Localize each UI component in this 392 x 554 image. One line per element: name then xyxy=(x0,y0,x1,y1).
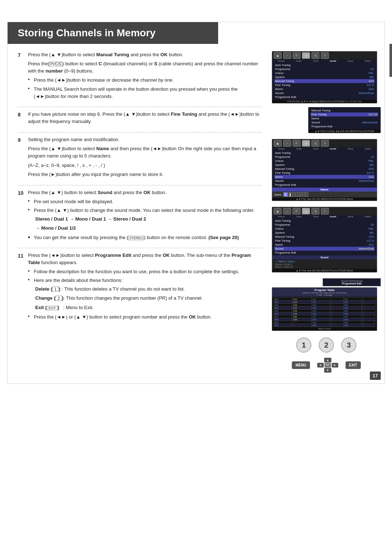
screen-4: ▣ ♪ ⏱ ⚙ ☰ ≡ Picture Audio Timer Install … xyxy=(272,207,377,272)
step-11-delete: Delete (1) : This function deletes a TV … xyxy=(28,286,262,293)
menu-row-progedit-2: Programme Edit xyxy=(311,124,378,128)
step-11-final-bullets: Press the (◄►) or (▲ ▼) button to select… xyxy=(28,313,262,321)
step-8-num: 8 xyxy=(18,111,25,127)
step-10-stereo: Stereo / Dual 1 → Mono / Dual 1 → Stereo… xyxy=(28,216,262,223)
step-11-bullets: Follow the description for the function … xyxy=(28,268,262,284)
step-10-special-1: You can get the same result by pressing … xyxy=(28,234,262,241)
menu-button[interactable]: MENU xyxy=(292,361,310,369)
menu-row-progedit-1: Programme Edit xyxy=(274,95,375,99)
install-icon-4: ⚙ xyxy=(302,208,310,214)
menu-row-finetuning-4: Fine Tuning217.5 xyxy=(274,239,375,243)
step-9-p4: Press the (►)button after you input the … xyxy=(28,171,262,178)
arrow-left[interactable]: ◄ xyxy=(317,363,324,368)
timer-icon-4: ⏱ xyxy=(293,208,301,214)
step-10-p1: Press the (▲ ▼) button to select Sound a… xyxy=(28,189,262,196)
screen-3-icon-row: ▣ ♪ ⏱ ⚙ ☰ ≡ xyxy=(272,139,377,147)
content-area: 7 Press the (▲ ▼)button to select Manual… xyxy=(8,44,384,373)
menu-row-finetuning-3: Fine Tuning317.5 xyxy=(274,171,375,175)
screen-5-prog-table: Program Table up/down left/right and dig… xyxy=(272,287,377,331)
step-7-bullet-2: The MANUAL Search function will operate … xyxy=(28,86,262,100)
screen-5-sound-label: Sound Stereo/Dual xyxy=(325,280,378,282)
num-button-1[interactable]: 1 xyxy=(296,337,311,353)
right-column: ▣ ♪ ⏱ ⚙ ☰ ≡ Picture Audio Timer Install … xyxy=(272,48,384,373)
picture-icon: ▣ xyxy=(274,52,282,59)
step-9-content: Setting the program name and modificatio… xyxy=(28,136,262,180)
screen-1-footer: Pr/C/S:G/S ▲▼:0~9:Adjust MENU:Prev EXIT:… xyxy=(272,100,377,103)
menu-row-autotuning-4: Auto Tuning xyxy=(274,219,375,223)
picture-icon-4: ▣ xyxy=(274,208,282,214)
screen-2: Manual Tuning Fine Tuning217.25 Name Sou… xyxy=(308,107,381,133)
step-10-mono: → Mono / Dual 1/2 xyxy=(28,225,262,232)
name-char-2: I xyxy=(299,192,303,197)
screen-4-icon-row: ▣ ♪ ⏱ ⚙ ☰ ≡ xyxy=(272,207,377,215)
menu-row-sound-2: SoundStereo/Dual xyxy=(311,120,378,124)
page-title: Storing Channels in Memory xyxy=(8,22,218,44)
menu-row-programme-3: Programme15 xyxy=(274,155,375,159)
arrow-down[interactable]: ▼ xyxy=(324,368,331,373)
arrow-right[interactable]: ► xyxy=(332,363,338,368)
menu-row-finetuning-2: Fine Tuning217.25 xyxy=(311,112,378,116)
step-10-content: Press the (▲ ▼) button to select Sound a… xyxy=(28,189,262,243)
screen-4-footer: ▲▼ Pos ◄►/OK:Sel MENU:Prev EXIT:Edit Nam… xyxy=(272,269,377,272)
timer-icon: ⏱ xyxy=(293,52,301,59)
screen-1: ▣ ♪ ⏱ ⚙ ☰ ≡ Picture Audio Timer Install … xyxy=(272,51,377,103)
exit-button[interactable]: EXIT xyxy=(346,361,361,369)
step-11-final-1: Press the (◄►) or (▲ ▼) button to select… xyxy=(28,313,262,321)
timer-icon-3: ⏱ xyxy=(293,140,301,147)
step-9-num: 9 xyxy=(18,136,25,180)
menu-row-sound-1: SoundStereo/Dual xyxy=(274,91,375,95)
menu-row-name-2: Name xyxy=(311,116,378,120)
screen-3-footer: ▲▼ Pos ◄►/OK:Sel MENU:Prev EXIT:Edit Nam… xyxy=(272,197,377,201)
menu-row-colour: ColourPAL xyxy=(274,71,375,75)
menu-row-manualtuning-3: Manual TuningS23 xyxy=(274,167,375,171)
divider-9-10 xyxy=(18,185,262,185)
step-8-p1: If you have picture noise on step 6, Pre… xyxy=(28,111,262,125)
arrow-lr-row: ◄ OK ► xyxy=(317,363,338,368)
prog-table-footer: Menu to Exit xyxy=(274,328,375,330)
menu-row-system-4: SystemBG xyxy=(274,231,375,235)
step-9-p2: Press the (▲ ▼)button to select Name and… xyxy=(28,145,262,160)
step-10-bullet-1: Pre-set sound mode will be displayed. xyxy=(28,198,262,205)
page-number: 17 xyxy=(370,372,381,380)
step-11: 11 Press the (◄►)button to select Progra… xyxy=(18,252,262,322)
menu-row-colour-3: ColourPAL xyxy=(274,159,375,163)
screen-5-topbar: Sound Stereo/Dual Programme Edit xyxy=(323,278,381,286)
screen-2-footer: ▲▼ Pos 0~9:Adj ◄►/OK:Sel MENU:Prev EXIT:… xyxy=(309,130,380,133)
step-7-p2: Press the(Pr/C/S) button to select C (br… xyxy=(28,60,262,75)
setup-icon-4: ☰ xyxy=(311,208,319,214)
option-icon: ≡ xyxy=(321,52,329,59)
arrow-up[interactable]: ▲ xyxy=(324,358,331,362)
setup-icon: ☰ xyxy=(311,52,319,59)
menu-row-manualtuning: Manual TuningS23 xyxy=(274,79,375,83)
step-9: 9 Setting the program name and modificat… xyxy=(18,136,262,180)
step-7-p1: Press the (▲ ▼)button to select Manual T… xyxy=(28,51,262,58)
step-10-bullet-2: Press the (▲ ▼) button to change the sou… xyxy=(28,207,262,214)
menu-row-sound-3: SoundStereo/Dual xyxy=(274,179,375,183)
screen-3: ▣ ♪ ⏱ ⚙ ☰ ≡ Picture Audio Timer Install … xyxy=(272,139,377,201)
divider-7-8 xyxy=(18,107,262,107)
step-11-change: Change (2): This function changes the pr… xyxy=(28,295,262,302)
step-7-num: 7 xyxy=(18,51,25,102)
nav-arrows: ▲ ◄ OK ► ▼ xyxy=(317,358,338,373)
menu-row-colour-4: ColourPAL xyxy=(274,227,375,231)
screen-4-menu: Auto Tuning Programme15 ColourPAL System… xyxy=(272,218,377,255)
step-10-num: 10 xyxy=(18,189,25,243)
name-char-cursor: ▌ xyxy=(289,192,293,197)
step-11-num: 11 xyxy=(18,252,25,322)
ok-button[interactable]: OK xyxy=(324,363,331,368)
step-8: 8 If you have picture noise on step 6, P… xyxy=(18,111,262,127)
sound-option-3: Mono / Dual 1/2 xyxy=(275,266,374,268)
menu-row-autotuning: Auto Tuning xyxy=(274,63,375,67)
num-button-2[interactable]: 2 xyxy=(319,337,334,353)
name-char-1: I xyxy=(294,192,298,197)
step-11-bullet-1: Follow the description for the function … xyxy=(28,268,262,275)
num-button-3[interactable]: 3 xyxy=(341,337,356,353)
divider-8-9 xyxy=(18,132,262,132)
menu-row-autotuning-3: Auto Tuning xyxy=(274,151,375,155)
step-11-p1: Press the (◄►)button to select Programme… xyxy=(28,252,262,266)
menu-row-programme: Programme13 xyxy=(274,67,375,71)
install-icon-3: ⚙ xyxy=(302,140,310,147)
remote-area: MENU ▲ ◄ OK ► ▼ EXIT xyxy=(272,358,381,373)
sound-option-1: ✓ Stereo / Dual 1 xyxy=(275,260,374,263)
main-border: ENGLISH Storing Channels in Memory 7 Pre… xyxy=(7,22,385,384)
